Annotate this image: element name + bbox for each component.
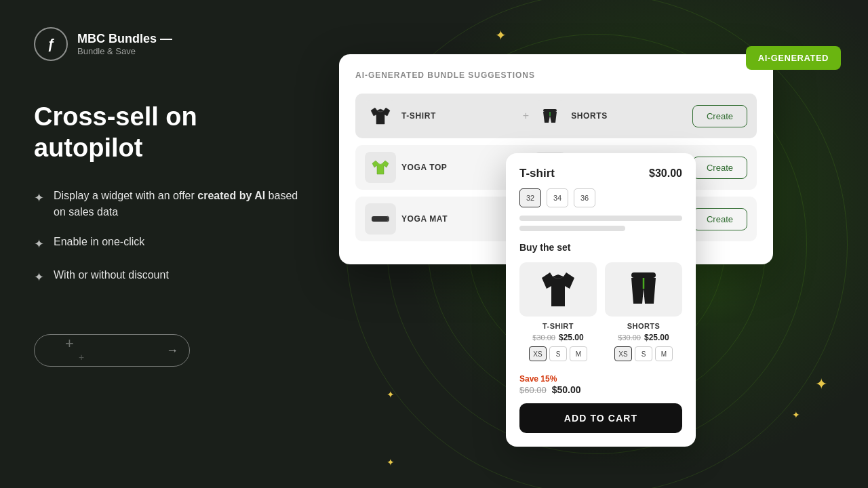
bundle-product3-name: YOGA TOP <box>401 163 517 172</box>
yoga-mat-image <box>365 203 396 235</box>
feature-text-3: With or without discount <box>54 267 169 283</box>
sparkle-icon: ✦ <box>387 457 395 468</box>
create-button-1[interactable]: Create <box>692 105 747 127</box>
tshirt-old-price: $30.00 <box>532 333 555 342</box>
feature-text-1: Display a widget with an offer created b… <box>54 188 305 220</box>
plus-icon: + <box>523 110 529 122</box>
shorts-size-xs[interactable]: XS <box>614 346 632 361</box>
save-price-row: $60.00 $50.00 <box>519 384 682 395</box>
mini-shorts-name: SHORTS <box>627 322 660 330</box>
yoga-top-image <box>365 152 396 183</box>
logo-icon: ƒ <box>47 37 54 52</box>
mini-tshirt-name: T-SHIRT <box>542 322 574 330</box>
tshirt-image <box>365 100 396 131</box>
logo-title: MBC Bundles — <box>77 32 172 46</box>
popup-product-price: $30.00 <box>649 167 682 180</box>
shorts-old-price: $30.00 <box>618 333 641 342</box>
sparkle-bullet-icon: ✦ <box>34 268 44 287</box>
sparkle-icon: ✦ <box>387 389 395 400</box>
bundle-row-1: T-SHIRT + SHORTS Create <box>355 94 757 138</box>
features-list: ✦ Display a widget with an offer created… <box>34 188 305 287</box>
sparkle-bullet-icon: ✦ <box>34 189 44 207</box>
bundle-product2-name: SHORTS <box>571 111 687 121</box>
popup-card: T-shirt $30.00 32 34 36 Buy the set T-SH… <box>506 153 696 447</box>
description-lines <box>519 216 682 231</box>
size-btn-32[interactable]: 32 <box>519 188 541 207</box>
page-headline: Cross-sell on autopilot <box>34 102 305 163</box>
product-cards-row: T-SHIRT $30.00 $25.00 XS S M SHORTS <box>519 262 682 361</box>
buy-the-set-label: Buy the set <box>519 242 682 253</box>
feature-text-2: Enable in one-click <box>54 234 144 250</box>
svg-rect-0 <box>543 109 557 112</box>
cta-pill[interactable]: → <box>34 334 190 367</box>
bundle-product1-name: T-SHIRT <box>401 111 517 121</box>
shorts-size-m[interactable]: M <box>655 346 673 361</box>
feature-item-3: ✦ With or without discount <box>34 267 305 287</box>
svg-rect-9 <box>631 272 656 278</box>
sparkle-icon: ✦ <box>792 409 800 420</box>
shorts-image <box>534 100 566 131</box>
feature-item-1: ✦ Display a widget with an offer created… <box>34 188 305 220</box>
create-button-2[interactable]: Create <box>692 157 747 179</box>
mini-product-card-tshirt: T-SHIRT $30.00 $25.00 XS S M <box>519 262 597 361</box>
feature-item-2: ✦ Enable in one-click <box>34 234 305 253</box>
tshirt-size-s[interactable]: S <box>549 346 567 361</box>
shorts-size-s[interactable]: S <box>635 346 652 361</box>
save-row: Save 15% $60.00 $50.00 <box>519 372 682 395</box>
mini-tshirt-image <box>519 262 597 317</box>
mini-tshirt-prices: $30.00 $25.00 <box>532 333 583 342</box>
size-btn-34[interactable]: 34 <box>547 188 568 207</box>
desc-line-short <box>519 226 625 231</box>
left-panel: ƒ MBC Bundles — Bundle & Save Cross-sell… <box>0 0 339 488</box>
create-button-3[interactable]: Create <box>692 208 747 230</box>
mini-shorts-prices: $30.00 $25.00 <box>618 333 669 342</box>
size-options: 32 34 36 <box>519 188 682 207</box>
ai-generated-badge: AI-GENERATED <box>746 46 841 70</box>
arrow-icon: → <box>166 344 178 358</box>
logo-subtitle: Bundle & Save <box>77 46 172 56</box>
sparkle-icon: ✦ <box>815 375 827 393</box>
tshirt-size-xs[interactable]: XS <box>529 346 547 361</box>
size-btn-36[interactable]: 36 <box>574 188 595 207</box>
save-label: Save 15% <box>519 374 557 384</box>
total-old-price: $60.00 <box>519 385 547 395</box>
total-new-price: $50.00 <box>552 384 581 395</box>
mini-shorts-image <box>605 262 682 317</box>
mini-shorts-sizes: XS S M <box>614 346 673 361</box>
popup-header: T-shirt $30.00 <box>519 167 682 180</box>
popup-product-title: T-shirt <box>519 167 555 180</box>
mini-tshirt-sizes: XS S M <box>529 346 587 361</box>
logo-text-block: MBC Bundles — Bundle & Save <box>77 32 172 56</box>
sparkle-bullet-icon: ✦ <box>34 235 44 253</box>
logo-row: ƒ MBC Bundles — Bundle & Save <box>34 27 305 61</box>
shorts-new-price: $25.00 <box>644 333 669 342</box>
bundle-panel-title: AI-GENERATED BUNDLE SUGGESTIONS <box>355 70 757 80</box>
bundle-product5-name: YOGA MAT <box>401 214 517 224</box>
logo-circle: ƒ <box>34 27 68 61</box>
tshirt-new-price: $25.00 <box>559 333 584 342</box>
svg-rect-3 <box>372 216 389 222</box>
sparkle-icon: ✦ <box>495 27 507 43</box>
mini-product-card-shorts: SHORTS $30.00 $25.00 XS S M <box>605 262 682 361</box>
tshirt-size-m[interactable]: M <box>570 346 587 361</box>
add-to-cart-button[interactable]: ADD TO CART <box>519 403 682 433</box>
desc-line-full <box>519 216 682 221</box>
